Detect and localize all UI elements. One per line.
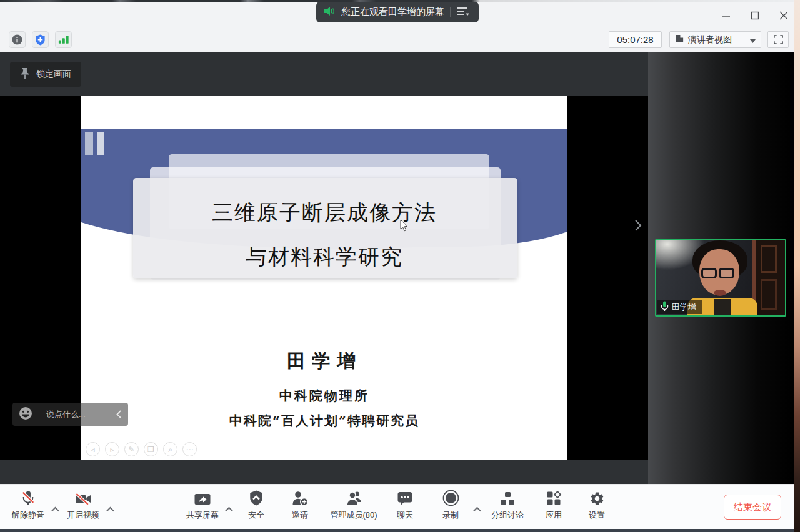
slide-panel-button[interactable]: ❐ (144, 442, 158, 456)
security-status-button[interactable] (32, 31, 49, 48)
banner-accent-bar (85, 132, 93, 155)
video-options-chevron[interactable] (106, 503, 114, 509)
video-side-panel: 田学增 (648, 52, 794, 484)
chat-button[interactable]: 聊天 (380, 489, 430, 521)
banner-accent-bar (97, 132, 104, 155)
mouse-cursor (400, 220, 408, 232)
microphone-muted-icon (20, 489, 36, 506)
manage-members-button[interactable]: 管理成员(80) (322, 489, 385, 521)
participant-name-tag: 田学增 (658, 300, 702, 314)
meeting-toolbar: 05:07:28 演讲者视图 (0, 29, 800, 52)
apps-grid-icon (546, 489, 562, 506)
shared-screen-stage: 三维原子断层成像方法 与材料科学研究 田学增 中科院物理所 中科院“百人计划”特… (0, 52, 648, 484)
presentation-slide: 三维原子断层成像方法 与材料科学研究 田学增 中科院物理所 中科院“百人计划”特… (81, 96, 568, 460)
record-button[interactable]: 录制 (426, 489, 476, 521)
participant-name: 田学增 (672, 302, 696, 313)
video-door-frame (752, 240, 785, 315)
video-person-mouth (714, 290, 726, 296)
start-video-button[interactable]: 开启视频 (58, 489, 108, 521)
window-controls (718, 7, 792, 24)
meeting-timer: 05:07:28 (609, 31, 662, 48)
minimize-button[interactable] (718, 7, 735, 24)
settings-button[interactable]: 设置 (572, 489, 622, 521)
desktop-wallpaper-sliver (794, 0, 800, 532)
quick-chat-bubble: 说点什么... (12, 403, 128, 426)
signal-bars-icon (58, 35, 69, 44)
meeting-window: 您正在观看田学增的屏幕 (0, 0, 800, 532)
chat-bubble-icon (397, 489, 413, 506)
emoji-icon[interactable] (19, 406, 32, 423)
view-mode-selector[interactable]: 演讲者视图 (669, 31, 761, 48)
security-button[interactable]: 安全 (231, 489, 281, 521)
prev-slide-button[interactable]: ◃ (86, 442, 100, 456)
control-toolbar: 解除静音 开启视频 (0, 484, 800, 529)
next-slide-button[interactable]: ▹ (105, 442, 119, 456)
lock-view-label: 锁定画面 (36, 69, 71, 80)
chevron-down-icon (750, 34, 756, 46)
badge-divider (450, 7, 451, 17)
breakout-rooms-icon (500, 489, 516, 506)
share-screen-icon (194, 489, 211, 506)
close-button[interactable] (775, 7, 792, 24)
slide-title-line1: 三维原子断层成像方法 (81, 199, 568, 227)
record-options-chevron[interactable] (473, 503, 481, 509)
presenter-nav-controls: ◃ ▹ ✎ ❐ ⌕ ⋯ (86, 442, 197, 456)
security-shield-icon (249, 489, 264, 506)
speaker-icon (324, 6, 336, 19)
unmute-button[interactable]: 解除静音 (3, 489, 53, 521)
invite-person-icon (292, 489, 309, 506)
microphone-active-icon (661, 301, 669, 314)
members-icon (346, 489, 362, 506)
apps-button[interactable]: 应用 (529, 489, 579, 521)
title-bar: 您正在观看田学增的屏幕 (0, 2, 800, 29)
end-meeting-button[interactable]: 结束会议 (724, 495, 781, 520)
maximize-button[interactable] (746, 7, 764, 24)
fullscreen-button[interactable] (768, 31, 789, 48)
chat-collapse-button[interactable] (109, 403, 128, 426)
participant-list-icon[interactable] (456, 6, 470, 19)
more-tools-button[interactable]: ⋯ (182, 442, 197, 456)
chat-input[interactable]: 说点什么... (39, 409, 102, 420)
slide-author: 田学增 (81, 348, 568, 374)
layout-icon (675, 34, 684, 46)
zoom-tool-button[interactable]: ⌕ (163, 442, 178, 456)
slide-title-line2: 与材料科学研究 (81, 243, 568, 272)
network-status-button[interactable] (55, 31, 72, 48)
stage-top-band (0, 52, 648, 96)
shield-icon (35, 34, 46, 46)
watching-screen-badge: 您正在观看田学增的屏幕 (316, 2, 479, 22)
gear-icon (589, 489, 605, 506)
lock-view-button[interactable]: 锁定画面 (10, 62, 81, 87)
meeting-info-button[interactable] (9, 31, 26, 48)
video-person-glasses (701, 268, 734, 278)
expand-panel-button[interactable] (632, 219, 644, 232)
fullscreen-icon (774, 35, 783, 44)
info-icon (12, 34, 22, 45)
stage-bottom-band (0, 460, 648, 484)
breakout-rooms-button[interactable]: 分组讨论 (482, 489, 532, 521)
screen-bottom-edge (0, 529, 800, 532)
slide-affiliation-1: 中科院物理所 (81, 387, 568, 405)
share-screen-button[interactable]: 共享屏幕 (178, 489, 228, 521)
camera-off-icon (75, 489, 92, 506)
invite-button[interactable]: 邀请 (275, 489, 325, 521)
record-icon (442, 489, 459, 506)
view-mode-label: 演讲者视图 (688, 34, 746, 46)
watching-screen-text: 您正在观看田学增的屏幕 (341, 6, 444, 18)
slide-affiliation-2: 中科院“百人计划”特聘研究员 (81, 412, 568, 430)
participant-video-tile[interactable]: 田学增 (655, 239, 786, 317)
pin-icon (20, 67, 30, 82)
pen-tool-button[interactable]: ✎ (124, 442, 139, 456)
